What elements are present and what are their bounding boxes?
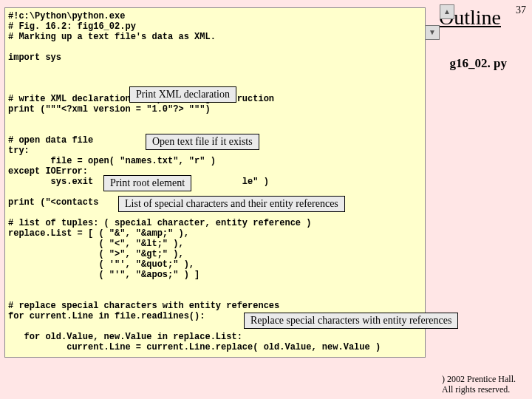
footer-line-1: ) 2002 Prentice Hall. — [442, 374, 516, 384]
code-line: # replace special characters with entity… — [8, 301, 279, 311]
code-line: # open data file — [8, 135, 93, 146]
page-number: 37 — [516, 4, 526, 16]
callout-print-root-element: Print root element — [103, 175, 191, 191]
code-line: file = open( "names.txt", "r" ) — [8, 156, 216, 166]
callout-list-special-chars: List of special characters and their ent… — [118, 196, 345, 212]
code-line: except IOError: — [8, 166, 88, 177]
code-line: import sys — [8, 52, 61, 63]
outline-filename: g16_02. py — [450, 56, 507, 71]
code-line: # list of tuples: ( special character, e… — [8, 218, 311, 228]
code-line: # Marking up a text file's data as XML. — [8, 32, 216, 42]
code-line: try: — [8, 146, 30, 156]
copyright-footer: ) 2002 Prentice Hall. All rights reserve… — [442, 374, 516, 395]
code-line: print ("<contacts — [8, 197, 98, 208]
code-line: ( "<", "&lt;" ), — [8, 239, 184, 249]
code-line: print ("""<?xml version = "1.0"?> """) — [8, 104, 211, 115]
code-block: #!c:\Python\python.exe # Fig. 16.2: fig1… — [4, 7, 426, 358]
code-line: # Fig. 16.2: fig16_02.py — [8, 21, 136, 32]
code-line: #!c:\Python\python.exe — [8, 11, 125, 21]
code-line: replace.List = [ ( "&", "&amp;" ), — [8, 228, 189, 239]
code-line: ( ">", "&gt;" ), — [8, 249, 184, 259]
nav-up-icon[interactable]: ▲ — [440, 4, 454, 19]
callout-open-text-file: Open text file if it exists — [146, 134, 259, 150]
footer-line-2: All rights reserved. — [442, 384, 516, 395]
nav-down-icon[interactable]: ▼ — [425, 25, 440, 40]
code-line: ( '"', "&quot;" ), — [8, 259, 194, 270]
callout-replace-special-chars: Replace special characters with entity r… — [244, 313, 458, 329]
code-line: for current.Line in file.readlines(): — [8, 311, 205, 321]
code-line: ( "'", "&apos;" ) ] — [8, 270, 200, 280]
code-line: for old.Value, new.Value in replace.List… — [8, 332, 242, 342]
code-line: current.Line = current.Line.replace( old… — [8, 342, 381, 352]
callout-print-xml-declaration: Print XML declaration — [129, 86, 236, 103]
